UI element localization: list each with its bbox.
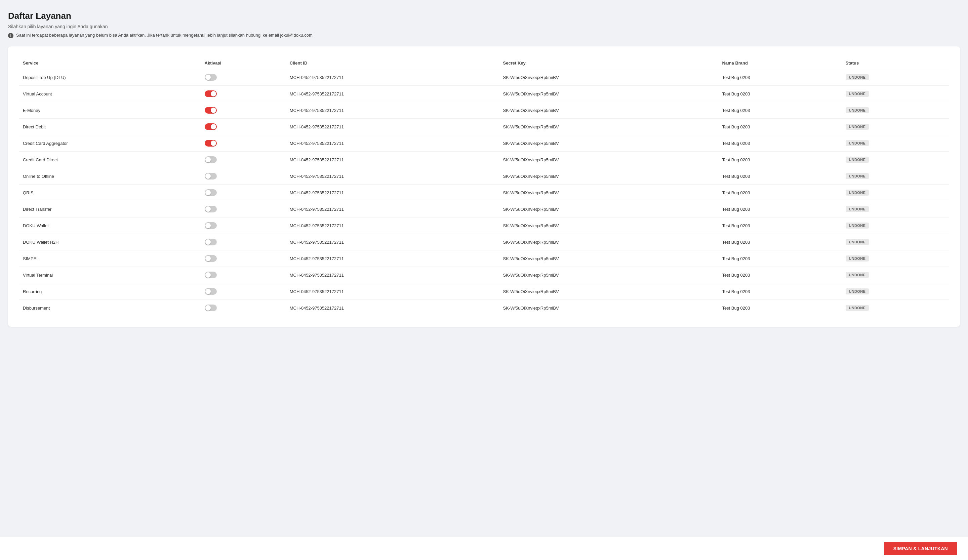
status-badge: UNDONE xyxy=(846,107,869,113)
toggle-switch[interactable] xyxy=(205,156,217,163)
secret-key: SK-Wf5uOiXnvieqxRp5miBV xyxy=(499,184,718,201)
table-row: DOKU WalletMCH-0452-9753522172711SK-Wf5u… xyxy=(19,217,949,234)
nama-brand: Test Bug 0203 xyxy=(718,300,841,316)
aktivasi-cell xyxy=(201,267,286,283)
client-id: MCH-0452-9753522172711 xyxy=(286,234,499,250)
save-button[interactable]: SIMPAN & LANJUTKAN xyxy=(884,542,957,555)
service-name: Credit Card Aggregator xyxy=(19,135,201,152)
table-row: DOKU Wallet H2HMCH-0452-9753522172711SK-… xyxy=(19,234,949,250)
toggle-switch[interactable] xyxy=(205,305,217,311)
secret-key: SK-Wf5uOiXnvieqxRp5miBV xyxy=(499,86,718,102)
toggle-knob xyxy=(206,75,211,80)
toggle-switch[interactable] xyxy=(205,90,217,97)
nama-brand: Test Bug 0203 xyxy=(718,102,841,119)
service-name: QRIS xyxy=(19,184,201,201)
table-header-row: Service Aktivasi Client ID Secret Key Na… xyxy=(19,57,949,69)
toggle-knob xyxy=(211,91,216,96)
nama-brand: Test Bug 0203 xyxy=(718,234,841,250)
toggle-switch[interactable] xyxy=(205,173,217,179)
client-id: MCH-0452-9753522172711 xyxy=(286,217,499,234)
service-name: Virtual Terminal xyxy=(19,267,201,283)
status-badge: UNDONE xyxy=(846,124,869,130)
client-id: MCH-0452-9753522172711 xyxy=(286,267,499,283)
service-name: Virtual Account xyxy=(19,86,201,102)
toggle-switch[interactable] xyxy=(205,222,217,229)
status-badge: UNDONE xyxy=(846,190,869,196)
toggle-switch[interactable] xyxy=(205,206,217,212)
toggle-switch[interactable] xyxy=(205,140,217,147)
client-id: MCH-0452-9753522172711 xyxy=(286,69,499,86)
status-cell: UNDONE xyxy=(842,300,949,316)
service-name: Recurring xyxy=(19,283,201,300)
toggle-knob xyxy=(206,174,211,179)
toggle-switch[interactable] xyxy=(205,74,217,81)
aktivasi-cell xyxy=(201,283,286,300)
status-cell: UNDONE xyxy=(842,217,949,234)
service-name: Deposit Top Up (DTU) xyxy=(19,69,201,86)
table-row: Deposit Top Up (DTU)MCH-0452-97535221727… xyxy=(19,69,949,86)
toggle-switch[interactable] xyxy=(205,239,217,245)
service-name: Direct Debit xyxy=(19,119,201,135)
services-table: Service Aktivasi Client ID Secret Key Na… xyxy=(19,57,949,316)
secret-key: SK-Wf5uOiXnvieqxRp5miBV xyxy=(499,283,718,300)
secret-key: SK-Wf5uOiXnvieqxRp5miBV xyxy=(499,201,718,217)
toggle-switch[interactable] xyxy=(205,189,217,196)
toggle-knob xyxy=(206,239,211,245)
aktivasi-cell xyxy=(201,201,286,217)
status-cell: UNDONE xyxy=(842,267,949,283)
status-badge: UNDONE xyxy=(846,222,869,229)
secret-key: SK-Wf5uOiXnvieqxRp5miBV xyxy=(499,69,718,86)
aktivasi-cell xyxy=(201,168,286,184)
nama-brand: Test Bug 0203 xyxy=(718,250,841,267)
col-service: Service xyxy=(19,57,201,69)
aktivasi-cell xyxy=(201,152,286,168)
table-row: Direct DebitMCH-0452-9753522172711SK-Wf5… xyxy=(19,119,949,135)
service-name: Credit Card Direct xyxy=(19,152,201,168)
nama-brand: Test Bug 0203 xyxy=(718,86,841,102)
nama-brand: Test Bug 0203 xyxy=(718,217,841,234)
info-banner: i Saat ini terdapat beberapa layanan yan… xyxy=(8,33,960,38)
status-cell: UNDONE xyxy=(842,102,949,119)
toggle-knob xyxy=(206,223,211,228)
client-id: MCH-0452-9753522172711 xyxy=(286,119,499,135)
aktivasi-cell xyxy=(201,86,286,102)
bottom-bar: SIMPAN & LANJUTKAN xyxy=(0,537,968,560)
service-name: Online to Offline xyxy=(19,168,201,184)
status-cell: UNDONE xyxy=(842,283,949,300)
status-badge: UNDONE xyxy=(846,206,869,212)
toggle-switch[interactable] xyxy=(205,272,217,278)
nama-brand: Test Bug 0203 xyxy=(718,184,841,201)
table-row: E-MoneyMCH-0452-9753522172711SK-Wf5uOiXn… xyxy=(19,102,949,119)
status-cell: UNDONE xyxy=(842,184,949,201)
client-id: MCH-0452-9753522172711 xyxy=(286,184,499,201)
col-client-id: Client ID xyxy=(286,57,499,69)
nama-brand: Test Bug 0203 xyxy=(718,267,841,283)
toggle-switch[interactable] xyxy=(205,123,217,130)
info-icon: i xyxy=(8,33,13,38)
service-name: SIMPEL xyxy=(19,250,201,267)
service-name: Direct Transfer xyxy=(19,201,201,217)
table-row: Online to OfflineMCH-0452-9753522172711S… xyxy=(19,168,949,184)
status-badge: UNDONE xyxy=(846,140,869,146)
aktivasi-cell xyxy=(201,119,286,135)
nama-brand: Test Bug 0203 xyxy=(718,152,841,168)
toggle-switch[interactable] xyxy=(205,107,217,114)
aktivasi-cell xyxy=(201,250,286,267)
toggle-switch[interactable] xyxy=(205,255,217,262)
status-badge: UNDONE xyxy=(846,157,869,163)
page-title: Daftar Layanan xyxy=(8,11,960,21)
toggle-knob xyxy=(206,206,211,212)
status-cell: UNDONE xyxy=(842,250,949,267)
client-id: MCH-0452-9753522172711 xyxy=(286,300,499,316)
secret-key: SK-Wf5uOiXnvieqxRp5miBV xyxy=(499,168,718,184)
secret-key: SK-Wf5uOiXnvieqxRp5miBV xyxy=(499,119,718,135)
toggle-switch[interactable] xyxy=(205,288,217,295)
col-secret-key: Secret Key xyxy=(499,57,718,69)
client-id: MCH-0452-9753522172711 xyxy=(286,152,499,168)
table-row: DisbursementMCH-0452-9753522172711SK-Wf5… xyxy=(19,300,949,316)
aktivasi-cell xyxy=(201,217,286,234)
status-cell: UNDONE xyxy=(842,86,949,102)
nama-brand: Test Bug 0203 xyxy=(718,69,841,86)
status-badge: UNDONE xyxy=(846,305,869,311)
status-badge: UNDONE xyxy=(846,173,869,179)
